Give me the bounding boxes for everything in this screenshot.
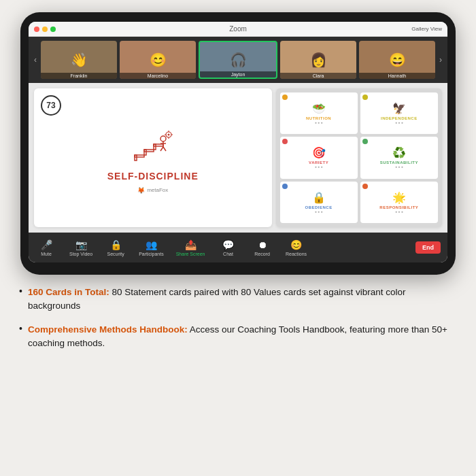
- toolbar-reactions[interactable]: 😊 Reactions: [286, 239, 307, 256]
- zoom-titlebar: Zoom Gallery View: [29, 22, 447, 37]
- slide-number: 73: [41, 95, 61, 116]
- grid-card-sub-independence: ● ● ●: [395, 120, 403, 124]
- self-discipline-icon: [129, 129, 177, 167]
- grid-card-icon-obedience: 🔒: [312, 191, 326, 204]
- participant-face-4: 😄: [359, 46, 435, 74]
- toolbar-record[interactable]: ⏺ Record: [252, 239, 273, 256]
- grid-card-sub-nutrition: ● ● ●: [315, 120, 323, 124]
- chat-icon: 💬: [222, 239, 234, 250]
- text-content: • 160 Cards in Total: 80 Statement cards…: [0, 275, 476, 360]
- grid-card-icon-variety: 🎯: [312, 146, 326, 159]
- grid-card-dot-obedience: [282, 184, 288, 189]
- participants-icon: 👥: [146, 239, 157, 250]
- bullet-bold-1: Comprehensive Methods Handbook:: [28, 324, 188, 335]
- stop-video-icon: 📷: [75, 239, 87, 250]
- share-screen-icon: 📤: [185, 239, 197, 250]
- svg-point-12: [167, 133, 169, 135]
- grid-card-dot-responsibility: [362, 184, 368, 189]
- grid-card-icon-nutrition: 🥗: [312, 102, 326, 115]
- end-button[interactable]: End: [415, 241, 441, 254]
- participant-tile-3: 👩 Clara: [280, 41, 356, 79]
- zoom-toolbar: 🎤 Mute 📷 Stop Video 🔒 Security 👥 Partici…: [29, 233, 447, 262]
- toolbar-security[interactable]: 🔒 Security: [105, 239, 126, 256]
- toolbar-share-screen[interactable]: 📤 Share Screen: [176, 239, 205, 256]
- participant-face-1: 😊: [120, 46, 196, 74]
- bullet-item-1: • Comprehensive Methods Handbook: Access…: [19, 323, 457, 351]
- grid-card-dot-independence: [362, 95, 368, 100]
- grid-card-dot-variety: [282, 139, 288, 144]
- zoom-title: Zoom: [229, 25, 247, 33]
- grid-card-variety: 🎯 VARIETY ● ● ●: [280, 137, 358, 178]
- grid-card-icon-responsibility: 🌟: [392, 191, 406, 204]
- slide-logo-area: SELF-DISCIPLINE 🦊 metaFox: [42, 103, 264, 219]
- grid-card-dot-sustainability: [362, 139, 368, 144]
- svg-rect-3: [144, 150, 146, 155]
- chat-label: Chat: [223, 252, 233, 256]
- grid-card-sub-sustainability: ● ● ●: [395, 165, 403, 169]
- participant-face-0: 👋: [41, 46, 117, 74]
- participant-tile-0: 👋 Franklin: [41, 41, 117, 79]
- grid-card-sustainability: ♻️ SUSTAINABILITY ● ● ●: [360, 137, 438, 178]
- bullet-item-0: • 160 Cards in Total: 80 Statement cards…: [19, 286, 457, 313]
- record-icon: ⏺: [258, 239, 267, 250]
- slide-brand: 🦊 metaFox: [137, 187, 168, 194]
- bullet-dot-0: •: [19, 286, 22, 296]
- reactions-label: Reactions: [286, 252, 307, 256]
- grid-card-independence: 🦅 INDEPENDENCE ● ● ●: [360, 92, 438, 134]
- gallery-view-button[interactable]: Gallery View: [411, 26, 442, 32]
- slide-panel: 73: [34, 88, 272, 227]
- grid-card-sub-obedience: ● ● ●: [315, 209, 323, 214]
- grid-card-icon-sustainability: ♻️: [392, 146, 406, 159]
- participant-name-2: Jayton: [200, 71, 276, 78]
- participant-tile-4: 😄 Hannath: [359, 41, 435, 79]
- grid-card-dot-nutrition: [282, 95, 288, 100]
- participant-face-2: 🎧: [200, 46, 276, 74]
- mute-label: Mute: [41, 252, 52, 256]
- toolbar-mute[interactable]: 🎤 Mute: [35, 239, 57, 256]
- bullet-text-1: Comprehensive Methods Handbook: Access o…: [28, 323, 457, 351]
- participant-name-3: Clara: [280, 73, 356, 79]
- share-screen-label: Share Screen: [176, 252, 205, 256]
- participant-name-4: Hannath: [359, 73, 435, 79]
- grid-card-sub-variety: ● ● ●: [315, 165, 323, 169]
- grid-card-sub-responsibility: ● ● ●: [395, 209, 403, 214]
- security-label: Security: [107, 252, 124, 256]
- svg-line-9: [160, 147, 163, 151]
- svg-rect-5: [154, 144, 156, 150]
- minimize-dot: [42, 27, 48, 32]
- participants-label: Participants: [139, 252, 164, 256]
- toolbar-stop-video[interactable]: 📷 Stop Video: [69, 239, 92, 256]
- slide-discipline-text: SELF-DISCIPLINE: [107, 171, 199, 182]
- toolbar-participants[interactable]: 👥 Participants: [139, 239, 164, 256]
- gallery-prev-arrow[interactable]: ‹: [33, 55, 38, 65]
- grid-card-obedience: 🔒 OBEDIENCE ● ● ●: [280, 182, 358, 223]
- bullet-text-0: 160 Cards in Total: 80 Statement cards p…: [28, 286, 457, 313]
- tablet-device: Zoom Gallery View ‹ 👋 Franklin 😊 Marceli…: [20, 12, 456, 275]
- tablet-screen: Zoom Gallery View ‹ 👋 Franklin 😊 Marceli…: [29, 22, 447, 262]
- reactions-icon: 😊: [290, 239, 302, 250]
- security-icon: 🔒: [110, 239, 122, 250]
- gallery-next-arrow[interactable]: ›: [438, 55, 443, 65]
- participant-tile-1: 😊 Marcelino: [120, 41, 196, 79]
- grid-panel: 🥗 NUTRITION ● ● ● 🦅 INDEPENDENCE ● ● ● 🎯…: [276, 88, 443, 227]
- svg-line-10: [163, 147, 166, 151]
- toolbar-chat[interactable]: 💬 Chat: [218, 239, 239, 256]
- participant-tile-2: 🎧 Jayton: [199, 41, 277, 79]
- stop-video-label: Stop Video: [69, 252, 92, 256]
- participant-name-1: Marcelino: [120, 73, 196, 79]
- svg-rect-1: [135, 155, 137, 160]
- gallery-bar: ‹ 👋 Franklin 😊 Marcelino 🎧 Jayton 👩 Clar…: [29, 37, 447, 83]
- participant-name-0: Franklin: [41, 73, 117, 79]
- svg-point-6: [160, 136, 166, 141]
- maximize-dot: [50, 27, 56, 32]
- window-controls: [34, 27, 56, 32]
- participant-face-3: 👩: [280, 46, 356, 74]
- record-label: Record: [254, 252, 270, 256]
- grid-card-icon-independence: 🦅: [392, 102, 406, 115]
- bullet-bold-0: 160 Cards in Total:: [28, 287, 109, 297]
- grid-card-responsibility: 🌟 RESPONSIBILITY ● ● ●: [360, 182, 438, 223]
- close-dot: [34, 27, 39, 32]
- zoom-main-content: 73: [29, 83, 447, 233]
- bullet-dot-1: •: [19, 323, 22, 334]
- grid-card-nutrition: 🥗 NUTRITION ● ● ●: [280, 92, 358, 134]
